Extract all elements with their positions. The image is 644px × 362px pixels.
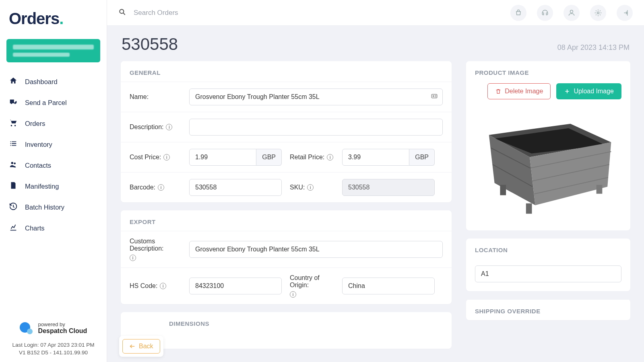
user-badge[interactable]	[6, 39, 100, 62]
brand-name: Orders	[9, 10, 59, 27]
shipping-override-card: SHIPPING OVERRIDE	[466, 299, 630, 320]
info-icon[interactable]: i	[130, 255, 136, 261]
page-datetime: 08 Apr 2023 14:13 PM	[557, 43, 630, 52]
retail-price-input[interactable]	[342, 149, 409, 166]
nav-label: Send a Parcel	[25, 99, 67, 107]
info-icon[interactable]: i	[160, 283, 166, 289]
name-input[interactable]	[189, 88, 443, 105]
sku-readonly: 530558	[342, 179, 435, 196]
hs-code-label: HS Code: i	[130, 282, 181, 290]
settings-button[interactable]	[590, 5, 606, 21]
svg-rect-11	[500, 185, 506, 195]
user-company-redacted	[13, 53, 70, 57]
support-button[interactable]	[537, 5, 553, 21]
last-login: Last Login: 07 Apr 2023 23:01 PM	[6, 342, 100, 348]
upload-image-label: Upload Image	[574, 88, 614, 95]
home-icon	[9, 76, 18, 87]
nav-label: Batch History	[25, 204, 64, 211]
nav-label: Contacts	[25, 162, 51, 169]
info-icon[interactable]: i	[327, 154, 333, 160]
svg-point-3	[570, 10, 573, 13]
page-title: 530558	[122, 35, 178, 54]
export-header: EXPORT	[121, 210, 452, 231]
svg-rect-13	[597, 185, 603, 194]
user-name-redacted	[13, 45, 94, 49]
barcode-label: Barcode: i	[130, 184, 181, 191]
retail-price-currency: GBP	[409, 149, 435, 166]
location-header: LOCATION	[466, 239, 630, 259]
search-icon	[118, 8, 126, 18]
info-icon[interactable]: i	[307, 184, 314, 191]
version-info: V1 B152 D5 - 141.101.99.90	[6, 350, 100, 356]
nav-label: Manifesting	[25, 183, 59, 190]
cost-price-input[interactable]	[189, 149, 256, 166]
barcode-input[interactable]	[189, 179, 282, 196]
retail-price-label: Retail Price: i	[290, 154, 334, 161]
sku-label: SKU: i	[290, 184, 334, 191]
location-input[interactable]	[475, 265, 621, 282]
info-icon[interactable]: i	[163, 154, 170, 160]
main: 530558 08 Apr 2023 14:13 PM GENERAL Name…	[107, 0, 644, 362]
id-card-icon[interactable]	[431, 93, 438, 101]
cost-price-label: Cost Price: i	[130, 154, 181, 161]
nav-contacts[interactable]: Contacts	[0, 155, 107, 176]
product-image-header: PRODUCT IMAGE	[466, 61, 630, 83]
back-button[interactable]: Back	[122, 339, 160, 354]
info-icon[interactable]: i	[158, 184, 164, 191]
product-image-card: PRODUCT IMAGE Delete Image Upload Image	[466, 61, 630, 230]
despatch-cloud-icon	[20, 322, 34, 334]
content: 530558 08 Apr 2023 14:13 PM GENERAL Name…	[107, 26, 644, 362]
svg-point-1	[14, 162, 16, 165]
nav-label: Charts	[25, 224, 45, 232]
description-input[interactable]	[189, 119, 443, 136]
dimensions-card: DIMENSIONS	[121, 312, 452, 349]
nav-label: Inventory	[25, 141, 52, 148]
coo-label: Country of Origin: i	[290, 274, 334, 298]
nav-list: Dashboard Send a Parcel Orders Inventory…	[0, 70, 107, 240]
nav-label: Dashboard	[25, 78, 58, 86]
export-card: EXPORT Customs Description: i HS Code: i…	[121, 210, 452, 304]
shipping-override-header: SHIPPING OVERRIDE	[466, 299, 630, 320]
nav-orders[interactable]: Orders	[0, 113, 107, 134]
name-label: Name:	[130, 93, 181, 101]
nav-inventory[interactable]: Inventory	[0, 134, 107, 155]
customs-desc-input[interactable]	[189, 241, 443, 258]
sidebar-footer: powered byDespatch Cloud Last Login: 07 …	[0, 315, 107, 362]
nav-dashboard[interactable]: Dashboard	[0, 71, 107, 92]
sidebar: Orders. Dashboard Send a Parcel Orders I…	[0, 0, 107, 362]
svg-rect-5	[431, 95, 437, 98]
brand-logo: Orders.	[0, 0, 107, 32]
cart-icon	[9, 118, 18, 129]
topbar	[107, 0, 644, 26]
info-icon[interactable]: i	[290, 291, 296, 298]
powered-small: powered by	[38, 321, 87, 327]
back-label: Back	[139, 343, 153, 350]
nav-label: Orders	[25, 120, 45, 128]
planter-illustration	[474, 109, 622, 220]
upload-image-button[interactable]: Upload Image	[556, 83, 621, 99]
location-card: LOCATION	[466, 239, 630, 291]
nav-manifesting[interactable]: Manifesting	[0, 176, 107, 197]
brand-dot: .	[59, 10, 63, 27]
profile-button[interactable]	[564, 5, 580, 21]
delete-image-label: Delete Image	[505, 88, 543, 95]
svg-point-6	[433, 96, 434, 97]
nav-charts[interactable]: Charts	[0, 218, 107, 239]
dimensions-header: DIMENSIONS	[121, 312, 452, 333]
shop-button[interactable]	[510, 5, 526, 21]
page-header: 530558 08 Apr 2023 14:13 PM	[121, 35, 630, 54]
delete-image-button[interactable]: Delete Image	[487, 83, 551, 99]
back-floating: Back	[119, 336, 163, 357]
hs-code-input[interactable]	[189, 278, 282, 294]
coo-input[interactable]	[342, 278, 435, 294]
cost-price-currency: GBP	[256, 149, 282, 166]
logout-button[interactable]	[617, 5, 633, 21]
chart-icon	[9, 223, 18, 233]
list-icon	[9, 139, 18, 150]
description-label: Description: i	[130, 123, 181, 131]
info-icon[interactable]: i	[166, 124, 172, 130]
users-icon	[9, 160, 18, 171]
nav-batch-history[interactable]: Batch History	[0, 197, 107, 218]
search-input[interactable]	[134, 9, 500, 17]
nav-send-parcel[interactable]: Send a Parcel	[0, 92, 107, 113]
